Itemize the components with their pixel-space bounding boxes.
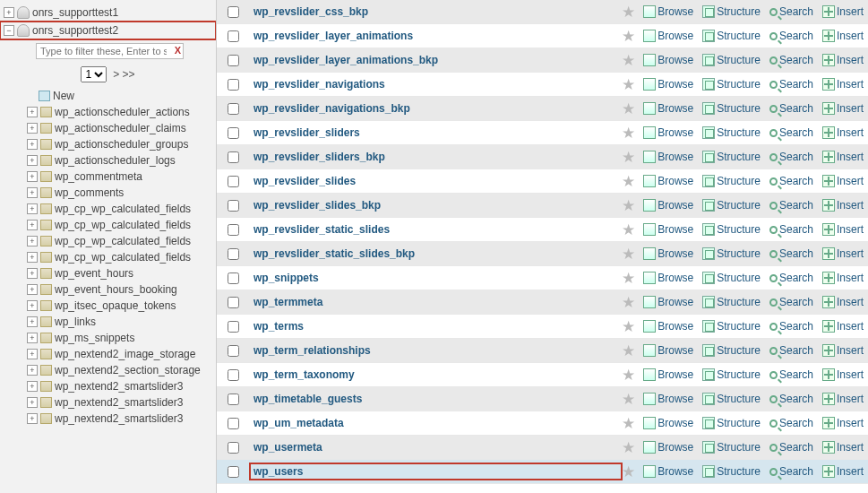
- structure-action[interactable]: Structure: [698, 368, 765, 381]
- db-node-supporttest2[interactable]: − onrs_supporttest2: [0, 22, 216, 39]
- insert-action[interactable]: Insert: [818, 223, 868, 236]
- sidebar-table-node[interactable]: + wp_nextend2_smartslider3: [0, 411, 216, 427]
- search-action[interactable]: Search: [765, 393, 818, 405]
- page-select[interactable]: 1: [81, 66, 107, 82]
- expand-icon[interactable]: +: [27, 155, 38, 166]
- table-name-link[interactable]: wp_revslider_css_bkp: [250, 4, 622, 20]
- sidebar-table-node[interactable]: + wp_itsec_opaque_tokens: [0, 298, 216, 314]
- expand-icon[interactable]: +: [27, 397, 38, 408]
- clear-filter-icon[interactable]: X: [175, 45, 181, 56]
- row-checkbox[interactable]: [228, 224, 239, 236]
- expand-icon[interactable]: +: [27, 203, 38, 214]
- search-action[interactable]: Search: [765, 296, 818, 308]
- browse-action[interactable]: Browse: [639, 320, 698, 333]
- table-name-link[interactable]: wp_usermeta: [250, 439, 622, 455]
- structure-action[interactable]: Structure: [698, 126, 765, 139]
- favorite-star-icon[interactable]: ★: [622, 390, 635, 409]
- table-name-link[interactable]: wp_timetable_guests: [250, 391, 622, 407]
- structure-action[interactable]: Structure: [698, 223, 765, 236]
- favorite-star-icon[interactable]: ★: [622, 293, 635, 312]
- structure-action[interactable]: Structure: [698, 441, 765, 454]
- sidebar-table-node[interactable]: + wp_nextend2_smartslider3: [0, 394, 216, 411]
- browse-action[interactable]: Browse: [639, 78, 698, 91]
- sidebar-table-node[interactable]: + wp_cp_wp_calculated_fields: [0, 249, 216, 265]
- insert-action[interactable]: Insert: [818, 272, 868, 284]
- favorite-star-icon[interactable]: ★: [622, 317, 635, 336]
- page-next[interactable]: > >>: [113, 68, 134, 81]
- favorite-star-icon[interactable]: ★: [622, 3, 635, 22]
- favorite-star-icon[interactable]: ★: [622, 51, 635, 70]
- row-checkbox[interactable]: [228, 55, 239, 66]
- browse-action[interactable]: Browse: [639, 151, 698, 163]
- table-name-link[interactable]: wp_revslider_static_slides_bkp: [250, 246, 622, 262]
- search-action[interactable]: Search: [765, 441, 818, 454]
- expand-icon[interactable]: +: [27, 268, 38, 279]
- sidebar-table-node[interactable]: + wp_event_hours_booking: [0, 281, 216, 298]
- structure-action[interactable]: Structure: [698, 320, 765, 333]
- table-name-link[interactable]: wp_revslider_slides_bkp: [250, 197, 622, 213]
- search-action[interactable]: Search: [765, 151, 818, 163]
- browse-action[interactable]: Browse: [639, 393, 698, 405]
- table-name-link[interactable]: wp_termmeta: [250, 294, 622, 310]
- search-action[interactable]: Search: [765, 368, 818, 381]
- expand-icon[interactable]: +: [27, 107, 38, 117]
- row-checkbox[interactable]: [228, 30, 239, 42]
- structure-action[interactable]: Structure: [698, 465, 765, 478]
- expand-icon[interactable]: +: [27, 284, 38, 295]
- browse-action[interactable]: Browse: [639, 223, 698, 236]
- expand-icon[interactable]: +: [27, 139, 38, 150]
- sidebar-table-node[interactable]: + wp_commentmeta: [0, 169, 216, 185]
- expand-icon[interactable]: +: [27, 236, 38, 246]
- structure-action[interactable]: Structure: [698, 78, 765, 91]
- browse-action[interactable]: Browse: [639, 272, 698, 284]
- insert-action[interactable]: Insert: [818, 30, 868, 42]
- row-checkbox[interactable]: [228, 6, 239, 18]
- structure-action[interactable]: Structure: [698, 151, 765, 163]
- sidebar-table-node[interactable]: + wp_cp_wp_calculated_fields: [0, 233, 216, 249]
- browse-action[interactable]: Browse: [639, 465, 698, 478]
- row-checkbox[interactable]: [228, 321, 239, 333]
- row-checkbox[interactable]: [228, 127, 239, 139]
- table-name-link[interactable]: wp_term_relationships: [250, 342, 622, 359]
- table-name-link[interactable]: wp_terms: [250, 318, 622, 334]
- structure-action[interactable]: Structure: [698, 5, 765, 18]
- expand-icon[interactable]: +: [27, 413, 38, 424]
- row-checkbox[interactable]: [228, 394, 239, 405]
- row-checkbox[interactable]: [228, 418, 239, 429]
- row-checkbox[interactable]: [228, 79, 239, 91]
- table-name-link[interactable]: wp_um_metadata: [250, 415, 622, 431]
- expand-icon[interactable]: +: [27, 333, 38, 343]
- row-checkbox[interactable]: [228, 369, 239, 381]
- collapse-icon[interactable]: −: [4, 25, 14, 36]
- browse-action[interactable]: Browse: [639, 175, 698, 187]
- search-action[interactable]: Search: [765, 78, 818, 91]
- insert-action[interactable]: Insert: [818, 78, 868, 91]
- expand-icon[interactable]: +: [27, 316, 38, 327]
- favorite-star-icon[interactable]: ★: [622, 414, 635, 433]
- insert-action[interactable]: Insert: [818, 151, 868, 163]
- sidebar-table-node[interactable]: + wp_actionscheduler_actions: [0, 104, 216, 120]
- search-action[interactable]: Search: [765, 465, 818, 478]
- row-checkbox[interactable]: [228, 248, 239, 260]
- favorite-star-icon[interactable]: ★: [622, 245, 635, 264]
- search-action[interactable]: Search: [765, 272, 818, 284]
- browse-action[interactable]: Browse: [639, 368, 698, 381]
- sidebar-table-node[interactable]: + wp_nextend2_image_storage: [0, 346, 216, 362]
- browse-action[interactable]: Browse: [639, 417, 698, 429]
- browse-action[interactable]: Browse: [639, 441, 698, 454]
- insert-action[interactable]: Insert: [818, 126, 868, 139]
- insert-action[interactable]: Insert: [818, 344, 868, 357]
- structure-action[interactable]: Structure: [698, 199, 765, 212]
- insert-action[interactable]: Insert: [818, 54, 868, 66]
- favorite-star-icon[interactable]: ★: [622, 99, 635, 118]
- insert-action[interactable]: Insert: [818, 441, 868, 454]
- browse-action[interactable]: Browse: [639, 344, 698, 357]
- structure-action[interactable]: Structure: [698, 296, 765, 308]
- expand-icon[interactable]: +: [27, 349, 38, 359]
- row-checkbox[interactable]: [228, 297, 239, 308]
- row-checkbox[interactable]: [228, 151, 239, 163]
- structure-action[interactable]: Structure: [698, 247, 765, 260]
- sidebar-table-node[interactable]: + wp_nextend2_section_storage: [0, 362, 216, 378]
- favorite-star-icon[interactable]: ★: [622, 269, 635, 288]
- table-name-link[interactable]: wp_term_taxonomy: [250, 367, 622, 383]
